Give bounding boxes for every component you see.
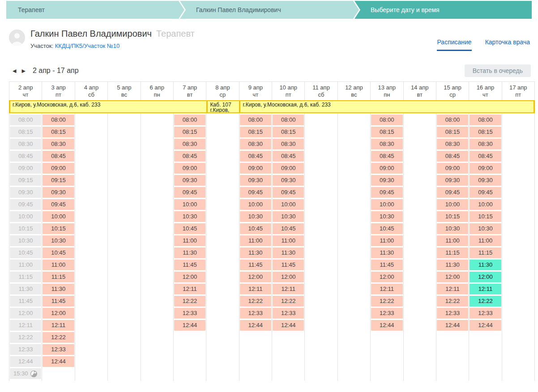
time-slot[interactable]: 12:33 xyxy=(470,308,501,319)
time-slot[interactable]: 12:44 xyxy=(174,320,205,331)
time-slot[interactable]: 12:00 xyxy=(371,272,402,282)
time-slot[interactable]: 12:44 xyxy=(371,320,402,331)
time-slot[interactable]: 10:15 xyxy=(437,211,468,222)
time-slot[interactable]: 09:45 xyxy=(174,187,205,198)
time-slot[interactable]: 08:00 xyxy=(470,115,501,125)
time-slot[interactable]: 11:45 xyxy=(371,260,402,270)
time-slot[interactable]: 12:33 xyxy=(371,308,402,319)
time-slot[interactable]: 12:11 xyxy=(273,284,304,294)
time-slot[interactable]: 11:00 xyxy=(371,235,402,246)
time-slot[interactable]: 11:00 xyxy=(437,235,468,246)
time-slot[interactable]: 08:45 xyxy=(371,151,402,162)
time-slot[interactable]: 12:00 xyxy=(43,308,74,319)
prev-week-button[interactable]: ◀ xyxy=(10,66,19,76)
time-slot[interactable]: 09:00 xyxy=(470,163,501,174)
time-slot[interactable]: 08:00 xyxy=(371,115,402,125)
time-slot[interactable]: 10:00 xyxy=(470,199,501,210)
time-slot[interactable]: 10:30 xyxy=(273,211,304,222)
time-slot[interactable]: 08:30 xyxy=(437,139,468,149)
time-slot[interactable]: 09:30 xyxy=(240,175,271,186)
time-slot[interactable]: 11:30 xyxy=(43,284,74,294)
time-slot[interactable]: 12:00 xyxy=(470,272,501,282)
time-slot[interactable]: 10:15 xyxy=(43,223,74,234)
time-slot[interactable]: 08:15 xyxy=(43,127,74,137)
tab-doctor-card[interactable]: Карточка врача xyxy=(485,38,530,51)
time-slot[interactable]: 12:22 xyxy=(470,296,501,307)
time-slot[interactable]: 08:30 xyxy=(273,139,304,149)
time-slot[interactable]: 10:45 xyxy=(371,223,402,234)
time-slot[interactable]: 09:30 xyxy=(273,175,304,186)
time-slot[interactable]: 08:00 xyxy=(174,115,205,125)
time-slot[interactable]: 08:45 xyxy=(43,151,74,162)
time-slot[interactable]: 08:45 xyxy=(437,151,468,162)
time-slot[interactable]: 12:11 xyxy=(240,284,271,294)
time-slot[interactable]: 08:00 xyxy=(240,115,271,125)
time-slot[interactable]: 11:00 xyxy=(470,235,501,246)
time-slot[interactable]: 08:00 xyxy=(273,115,304,125)
time-slot[interactable]: 08:30 xyxy=(43,139,74,149)
time-slot[interactable]: 12:11 xyxy=(43,320,74,331)
time-slot[interactable]: 11:30 xyxy=(174,247,205,258)
time-slot[interactable]: 10:45 xyxy=(174,223,205,234)
time-slot[interactable]: 12:11 xyxy=(174,284,205,294)
time-slot[interactable]: 08:15 xyxy=(371,127,402,137)
time-slot[interactable]: 12:33 xyxy=(43,344,74,355)
time-slot[interactable]: 11:00 xyxy=(273,235,304,246)
time-slot[interactable]: 10:30 xyxy=(240,211,271,222)
time-slot[interactable]: 11:00 xyxy=(43,260,74,270)
time-slot[interactable]: 08:45 xyxy=(240,151,271,162)
time-slot[interactable]: 11:45 xyxy=(240,260,271,270)
time-slot[interactable]: 11:45 xyxy=(43,296,74,307)
time-slot[interactable]: 12:22 xyxy=(273,296,304,307)
time-slot[interactable]: 10:45 xyxy=(273,223,304,234)
time-slot[interactable]: 09:45 xyxy=(437,187,468,198)
site-link[interactable]: ККДЦ/ПК5/Участок №10 xyxy=(55,43,120,49)
time-slot[interactable]: 10:30 xyxy=(43,235,74,246)
breadcrumb-step-specialty[interactable]: Терапевт xyxy=(6,1,184,19)
time-slot[interactable]: 12:00 xyxy=(273,272,304,282)
time-slot[interactable]: 09:00 xyxy=(371,163,402,174)
time-slot[interactable]: 10:00 xyxy=(437,199,468,210)
time-slot[interactable]: 08:30 xyxy=(470,139,501,149)
time-slot[interactable]: 08:45 xyxy=(470,151,501,162)
time-slot[interactable]: 09:30 xyxy=(437,175,468,186)
time-slot[interactable]: 09:45 xyxy=(43,199,74,210)
time-slot[interactable]: 12:44 xyxy=(273,320,304,331)
time-slot[interactable]: 12:22 xyxy=(43,332,74,343)
time-slot[interactable]: 08:15 xyxy=(273,127,304,137)
time-slot[interactable]: 11:30 xyxy=(240,247,271,258)
time-slot[interactable]: 12:22 xyxy=(371,296,402,307)
time-slot[interactable]: 08:15 xyxy=(240,127,271,137)
time-slot[interactable]: 12:33 xyxy=(240,308,271,319)
time-slot[interactable]: 12:11 xyxy=(437,284,468,294)
time-slot[interactable]: 09:30 xyxy=(470,175,501,186)
time-slot[interactable]: 09:00 xyxy=(437,163,468,174)
time-slot[interactable]: 12:33 xyxy=(273,308,304,319)
time-slot[interactable]: 12:44 xyxy=(470,320,501,331)
time-slot[interactable]: 08:15 xyxy=(174,127,205,137)
time-slot[interactable]: 09:30 xyxy=(43,187,74,198)
time-slot[interactable]: 11:00 xyxy=(240,235,271,246)
time-slot[interactable]: 12:44 xyxy=(437,320,468,331)
time-slot[interactable]: 12:00 xyxy=(240,272,271,282)
time-slot[interactable]: 12:22 xyxy=(437,296,468,307)
time-slot[interactable]: 10:00 xyxy=(174,199,205,210)
time-slot[interactable]: 12:22 xyxy=(240,296,271,307)
time-slot[interactable]: 09:30 xyxy=(174,175,205,186)
time-slot[interactable]: 09:00 xyxy=(240,163,271,174)
time-slot[interactable]: 09:45 xyxy=(273,187,304,198)
time-slot[interactable]: 08:30 xyxy=(240,139,271,149)
time-slot[interactable]: 12:11 xyxy=(371,284,402,294)
time-slot[interactable]: 08:15 xyxy=(437,127,468,137)
time-slot[interactable]: 10:45 xyxy=(240,223,271,234)
time-slot[interactable]: 09:15 xyxy=(43,175,74,186)
time-slot[interactable]: 09:00 xyxy=(273,163,304,174)
time-slot[interactable]: 09:30 xyxy=(371,175,402,186)
time-slot[interactable]: 09:00 xyxy=(43,163,74,174)
time-slot[interactable]: 12:22 xyxy=(174,296,205,307)
time-slot[interactable]: 08:00 xyxy=(43,115,74,125)
time-slot[interactable]: 08:30 xyxy=(371,139,402,149)
time-slot[interactable]: 10:30 xyxy=(437,223,468,234)
time-slot[interactable]: 12:00 xyxy=(437,272,468,282)
time-slot[interactable]: 11:45 xyxy=(174,260,205,270)
